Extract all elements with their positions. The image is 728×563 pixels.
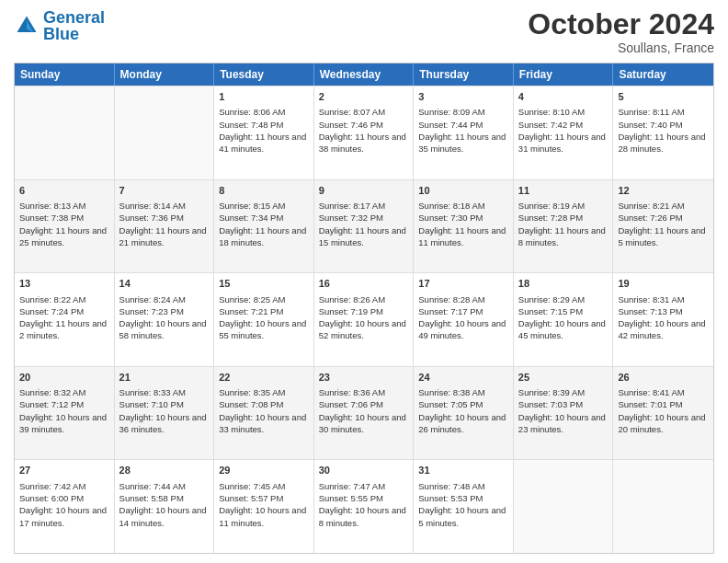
sunrise-text: Sunrise: 8:06 AM <box>219 107 285 117</box>
sunrise-text: Sunrise: 8:22 AM <box>19 294 85 304</box>
day-of-week-wednesday: Wednesday <box>314 63 415 86</box>
day-cell-29: 29Sunrise: 7:45 AMSunset: 5:57 PMDayligh… <box>214 460 314 553</box>
calendar-row-3: 13Sunrise: 8:22 AMSunset: 7:24 PMDayligh… <box>15 272 713 366</box>
day-number: 24 <box>418 371 508 385</box>
day-cell-31: 31Sunrise: 7:48 AMSunset: 5:53 PMDayligh… <box>414 460 514 553</box>
day-cell-3: 3Sunrise: 8:09 AMSunset: 7:44 PMDaylight… <box>414 86 514 179</box>
daylight-text: Daylight: 10 hours and 8 minutes. <box>319 505 406 527</box>
sunset-text: Sunset: 7:30 PM <box>418 213 483 223</box>
day-cell-13: 13Sunrise: 8:22 AMSunset: 7:24 PMDayligh… <box>15 273 115 366</box>
day-number: 1 <box>219 90 309 104</box>
sunrise-text: Sunrise: 8:09 AM <box>418 107 484 117</box>
day-number: 21 <box>119 371 210 385</box>
title-block: October 2024 Soullans, France <box>528 9 714 55</box>
day-cell-8: 8Sunrise: 8:15 AMSunset: 7:34 PMDaylight… <box>214 180 314 273</box>
sunrise-text: Sunrise: 8:31 AM <box>618 294 684 304</box>
day-number: 8 <box>219 184 309 198</box>
sunset-text: Sunset: 7:19 PM <box>319 306 383 316</box>
day-cell-15: 15Sunrise: 8:25 AMSunset: 7:21 PMDayligh… <box>214 273 314 366</box>
daylight-text: Daylight: 10 hours and 30 minutes. <box>319 412 406 434</box>
sunset-text: Sunset: 5:58 PM <box>119 493 184 503</box>
sunrise-text: Sunrise: 7:47 AM <box>319 481 385 491</box>
sunrise-text: Sunrise: 8:26 AM <box>319 294 385 304</box>
sunrise-text: Sunrise: 8:33 AM <box>119 387 186 397</box>
day-number: 19 <box>618 277 709 291</box>
day-number: 25 <box>518 371 609 385</box>
day-number: 17 <box>418 277 508 291</box>
sunset-text: Sunset: 6:00 PM <box>19 493 84 503</box>
daylight-text: Daylight: 11 hours and 28 minutes. <box>618 132 705 154</box>
daylight-text: Daylight: 11 hours and 41 minutes. <box>219 132 306 154</box>
day-number: 22 <box>219 371 309 385</box>
sunrise-text: Sunrise: 8:25 AM <box>219 294 285 304</box>
sunset-text: Sunset: 7:36 PM <box>119 213 184 223</box>
daylight-text: Daylight: 10 hours and 52 minutes. <box>319 318 406 340</box>
day-cell-6: 6Sunrise: 8:13 AMSunset: 7:38 PMDaylight… <box>15 180 115 273</box>
day-cell-26: 26Sunrise: 8:41 AMSunset: 7:01 PMDayligh… <box>613 367 713 460</box>
day-number: 13 <box>19 277 109 291</box>
day-cell-19: 19Sunrise: 8:31 AMSunset: 7:13 PMDayligh… <box>613 273 713 366</box>
sunset-text: Sunset: 7:12 PM <box>19 399 84 409</box>
daylight-text: Daylight: 10 hours and 55 minutes. <box>219 318 306 340</box>
daylight-text: Daylight: 10 hours and 45 minutes. <box>518 318 606 340</box>
sunrise-text: Sunrise: 8:35 AM <box>219 387 285 397</box>
sunset-text: Sunset: 7:05 PM <box>418 399 483 409</box>
sunset-text: Sunset: 7:21 PM <box>219 306 283 316</box>
day-number: 5 <box>618 90 709 104</box>
daylight-text: Daylight: 11 hours and 15 minutes. <box>319 225 406 247</box>
day-number: 16 <box>319 277 409 291</box>
sunset-text: Sunset: 7:46 PM <box>319 120 383 130</box>
sunset-text: Sunset: 7:06 PM <box>319 399 383 409</box>
day-of-week-sunday: Sunday <box>15 63 115 86</box>
header: General Blue October 2024 Soullans, Fran… <box>14 9 714 55</box>
day-number: 4 <box>518 90 609 104</box>
day-cell-5: 5Sunrise: 8:11 AMSunset: 7:40 PMDaylight… <box>613 86 713 179</box>
day-number: 7 <box>119 184 210 198</box>
day-cell-30: 30Sunrise: 7:47 AMSunset: 5:55 PMDayligh… <box>314 460 415 553</box>
sunset-text: Sunset: 7:13 PM <box>618 306 682 316</box>
day-cell-16: 16Sunrise: 8:26 AMSunset: 7:19 PMDayligh… <box>314 273 415 366</box>
sunset-text: Sunset: 7:48 PM <box>219 120 283 130</box>
sunset-text: Sunset: 7:26 PM <box>618 213 682 223</box>
empty-cell <box>514 460 614 553</box>
day-cell-9: 9Sunrise: 8:17 AMSunset: 7:32 PMDaylight… <box>314 180 415 273</box>
sunrise-text: Sunrise: 8:17 AM <box>319 201 385 211</box>
sunrise-text: Sunrise: 8:07 AM <box>319 107 385 117</box>
day-cell-12: 12Sunrise: 8:21 AMSunset: 7:26 PMDayligh… <box>613 180 713 273</box>
day-cell-18: 18Sunrise: 8:29 AMSunset: 7:15 PMDayligh… <box>514 273 614 366</box>
day-number: 11 <box>518 184 609 198</box>
daylight-text: Daylight: 11 hours and 21 minutes. <box>119 225 207 247</box>
calendar-row-2: 6Sunrise: 8:13 AMSunset: 7:38 PMDaylight… <box>15 179 713 273</box>
day-cell-4: 4Sunrise: 8:10 AMSunset: 7:42 PMDaylight… <box>514 86 614 179</box>
day-number: 27 <box>19 464 109 477</box>
sunrise-text: Sunrise: 7:48 AM <box>418 481 484 491</box>
calendar-row-4: 20Sunrise: 8:32 AMSunset: 7:12 PMDayligh… <box>15 366 713 460</box>
sunset-text: Sunset: 7:42 PM <box>518 120 583 130</box>
day-number: 9 <box>319 184 409 198</box>
day-number: 28 <box>119 464 210 477</box>
day-number: 6 <box>19 184 109 198</box>
sunrise-text: Sunrise: 8:11 AM <box>618 107 684 117</box>
day-number: 20 <box>19 371 109 385</box>
daylight-text: Daylight: 10 hours and 58 minutes. <box>119 318 207 340</box>
logo-text: General Blue <box>43 9 105 42</box>
day-cell-2: 2Sunrise: 8:07 AMSunset: 7:46 PMDaylight… <box>314 86 415 179</box>
sunset-text: Sunset: 7:32 PM <box>319 213 383 223</box>
sunset-text: Sunset: 5:57 PM <box>219 493 283 503</box>
sunrise-text: Sunrise: 7:42 AM <box>19 481 85 491</box>
daylight-text: Daylight: 10 hours and 33 minutes. <box>219 412 306 434</box>
logo-general: General <box>43 8 105 27</box>
day-cell-7: 7Sunrise: 8:14 AMSunset: 7:36 PMDaylight… <box>115 180 215 273</box>
daylight-text: Daylight: 10 hours and 5 minutes. <box>418 505 506 527</box>
daylight-text: Daylight: 10 hours and 39 minutes. <box>19 412 107 434</box>
day-cell-11: 11Sunrise: 8:19 AMSunset: 7:28 PMDayligh… <box>514 180 614 273</box>
daylight-text: Daylight: 11 hours and 35 minutes. <box>418 132 506 154</box>
sunset-text: Sunset: 7:17 PM <box>418 306 483 316</box>
calendar-body: 1Sunrise: 8:06 AMSunset: 7:48 PMDaylight… <box>15 86 713 553</box>
calendar-header: SundayMondayTuesdayWednesdayThursdayFrid… <box>15 63 713 86</box>
daylight-text: Daylight: 11 hours and 38 minutes. <box>319 132 406 154</box>
daylight-text: Daylight: 11 hours and 18 minutes. <box>219 225 306 247</box>
sunset-text: Sunset: 7:44 PM <box>418 120 483 130</box>
daylight-text: Daylight: 10 hours and 49 minutes. <box>418 318 506 340</box>
logo: General Blue <box>14 9 105 42</box>
